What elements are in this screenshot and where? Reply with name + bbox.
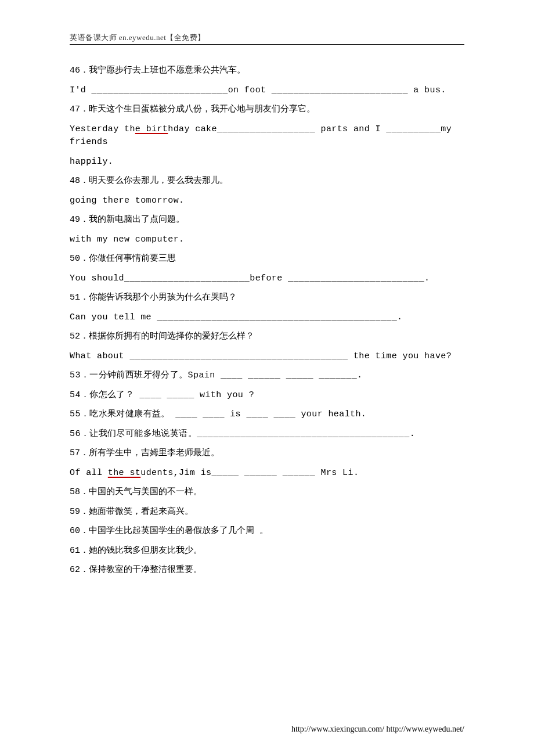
q54: 54．你怎么了？ ____ _____ with you ? [70, 389, 464, 402]
q47-zh: 47．昨天这个生日蛋糕被分成八份，我开心地与朋友们分享它。 [70, 103, 464, 117]
q49-zh: 49．我的新电脑出了点问题。 [70, 214, 464, 227]
q51-zh: 51．你能告诉我那个小男孩为什么在哭吗？ [70, 291, 464, 305]
q46-zh: 46．我宁愿步行去上班也不愿意乘公共汽车。 [70, 64, 464, 78]
q57-en: Of all the students,Jim is_____ ______ _… [70, 467, 464, 480]
q58: 58．中国的天气与美国的不一样。 [70, 486, 464, 499]
page-footer: http://www.xiexingcun.com/ http://www.ey… [291, 725, 464, 734]
q57-en-post: udents,Jim is_____ ______ ______ Mrs Li. [140, 468, 359, 478]
q47-en-l2: happily. [70, 156, 464, 169]
q53: 53．一分钟前西班牙得分了。Spain ____ ______ _____ __… [70, 369, 464, 383]
q59: 59．她面带微笑，看起来高兴。 [70, 506, 464, 519]
q57-zh: 57．所有学生中，吉姆里李老师最近。 [70, 447, 464, 460]
q57-en-pre: Of all [70, 468, 108, 478]
q46-en: I'd _________________________on foot ___… [70, 84, 464, 98]
q62: 62．保持教室的干净整洁很重要。 [70, 564, 464, 577]
q47-en-l1: Yesterday the birthday cake_____________… [70, 123, 464, 149]
q55: 55．吃水果对健康有益。 ____ ____ is ____ ____ your… [70, 408, 464, 422]
q52-zh: 52．根据你所拥有的时间选择你的爱好怎么样？ [70, 330, 464, 344]
q47-en-underline: e birt [135, 124, 168, 134]
page-content: 英语备课大师 en.eywedu.net【全免费】 46．我宁愿步行去上班也不愿… [0, 0, 534, 577]
q52-en: What about _____________________________… [70, 350, 464, 363]
q50-zh: 50．你做任何事情前要三思 [70, 253, 464, 266]
q57-en-underline: the st [108, 468, 140, 478]
q49-en: with my new computer. [70, 233, 464, 247]
q48-en: going there tomorrow. [70, 195, 464, 208]
q60: 60．中国学生比起英国学生的暑假放多了几个周 。 [70, 525, 464, 538]
q47-en-pre: Yesterday th [70, 124, 135, 134]
q50-en: You should_______________________before … [70, 272, 464, 286]
q56: 56．让我们尽可能多地说英语。_________________________… [70, 428, 464, 441]
q61: 61．她的钱比我多但朋友比我少。 [70, 545, 464, 558]
q48-zh: 48．明天要么你去那儿，要么我去那儿。 [70, 175, 464, 188]
q51-en: Can you tell me ________________________… [70, 311, 464, 325]
page-header: 英语备课大师 en.eywedu.net【全免费】 [70, 33, 464, 45]
